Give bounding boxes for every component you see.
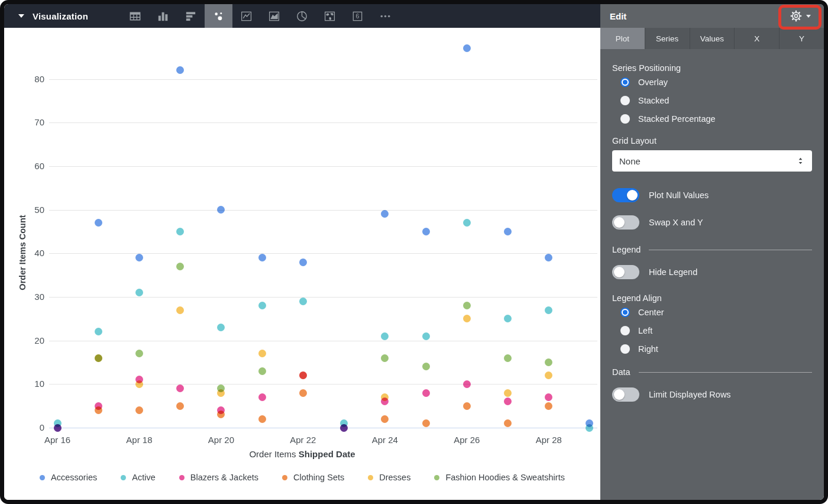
pie-chart-icon[interactable]: [288, 4, 316, 28]
data-point-accessories[interactable]: [545, 254, 552, 261]
radio-right[interactable]: Right: [620, 340, 812, 358]
data-point-accessories[interactable]: [217, 206, 225, 214]
data-point-blazers-jackets[interactable]: [422, 389, 430, 397]
data-point-dresses[interactable]: [545, 371, 552, 379]
tab-plot[interactable]: Plot: [600, 28, 645, 49]
data-point-fashion-hoodies-sweatshirts[interactable]: [422, 363, 430, 370]
data-point-active[interactable]: [545, 306, 552, 314]
hide-legend-toggle-row[interactable]: Hide Legend: [612, 265, 812, 279]
data-point-fashion-hoodies-sweatshirts[interactable]: [463, 302, 471, 309]
radio-right-control[interactable]: [620, 344, 630, 354]
data-point-fashion-hoodies-sweatshirts[interactable]: [545, 358, 552, 366]
data-point-fashion-hoodies-sweatshirts[interactable]: [504, 354, 512, 362]
limit-displayed-rows-switch[interactable]: [612, 387, 639, 402]
radio-stacked-control[interactable]: [620, 96, 630, 105]
data-point-blazers-jackets[interactable]: [504, 398, 512, 405]
data-point-active[interactable]: [258, 302, 266, 309]
legend-item[interactable]: Blazers & Jackets: [179, 473, 258, 482]
radio-overlay[interactable]: Overlay: [620, 73, 812, 91]
data-point-blazers-jackets[interactable]: [258, 393, 266, 401]
data-point-clothing-sets[interactable]: [95, 406, 102, 414]
data-point-active[interactable]: [381, 332, 389, 340]
single-value-icon[interactable]: 6: [344, 4, 371, 28]
data-point-clothing-sets[interactable]: [258, 415, 266, 423]
radio-overlay-control[interactable]: [620, 77, 630, 87]
data-point-active[interactable]: [217, 324, 225, 331]
column-chart-icon[interactable]: [149, 4, 177, 28]
data-point-active[interactable]: [135, 289, 143, 296]
legend-item[interactable]: Clothing Sets: [282, 473, 344, 482]
legend-item[interactable]: Fashion Hoodies & Sweatshirts: [434, 473, 565, 482]
table-vis-icon[interactable]: [121, 4, 149, 28]
plot-null-values-toggle-row[interactable]: Plot Null Values: [612, 188, 812, 202]
radio-stacked-percentage-control[interactable]: [620, 114, 630, 124]
data-point-active[interactable]: [176, 228, 184, 235]
data-point-clothing-sets[interactable]: [504, 419, 512, 427]
data-point-clothing-sets[interactable]: [422, 419, 430, 427]
data-point-dresses[interactable]: [176, 306, 184, 314]
tab-x[interactable]: X: [735, 28, 780, 49]
collapse-caret-icon[interactable]: [18, 14, 24, 18]
data-point-clothing-sets[interactable]: [381, 415, 389, 423]
data-point-fashion-hoodies-sweatshirts[interactable]: [95, 354, 102, 362]
data-point-blazers-jackets[interactable]: [176, 385, 184, 392]
data-point-clothing-sets[interactable]: [135, 406, 143, 414]
data-point-clothing-sets[interactable]: [299, 389, 307, 397]
line-chart-icon[interactable]: [232, 4, 260, 28]
data-point-active[interactable]: [463, 219, 471, 227]
tab-y[interactable]: Y: [780, 28, 824, 49]
data-point-accessories[interactable]: [422, 228, 430, 235]
data-point-accessories[interactable]: [381, 210, 389, 218]
bar-chart-icon[interactable]: [177, 4, 205, 28]
swap-x-y-toggle-row[interactable]: Swap X and Y: [612, 215, 812, 230]
radio-stacked[interactable]: Stacked: [620, 91, 812, 109]
legend-item[interactable]: Accessories: [40, 473, 97, 482]
legend-item[interactable]: Dresses: [368, 473, 410, 482]
hide-legend-switch[interactable]: [612, 265, 639, 279]
data-point-fashion-hoodies-sweatshirts[interactable]: [135, 350, 143, 357]
data-point-accessories[interactable]: [463, 44, 471, 52]
data-point-accessories[interactable]: [299, 259, 307, 266]
limit-displayed-rows-toggle-row[interactable]: Limit Displayed Rows: [612, 387, 812, 402]
data-point-dresses[interactable]: [504, 389, 512, 397]
data-point-dresses[interactable]: [299, 371, 307, 379]
data-point-blazers-jackets[interactable]: [54, 424, 62, 432]
more-vis-types-icon[interactable]: [371, 4, 399, 28]
tab-series[interactable]: Series: [645, 28, 690, 49]
data-point-fashion-hoodies-sweatshirts[interactable]: [258, 367, 266, 375]
data-point-active[interactable]: [299, 298, 307, 305]
data-point-blazers-jackets[interactable]: [545, 393, 552, 401]
data-point-fashion-hoodies-sweatshirts[interactable]: [176, 263, 184, 270]
swap-x-y-switch[interactable]: [612, 215, 639, 230]
data-point-blazers-jackets[interactable]: [340, 424, 348, 432]
data-point-accessories[interactable]: [95, 219, 102, 227]
data-point-accessories[interactable]: [504, 228, 512, 235]
radio-left[interactable]: Left: [620, 321, 812, 340]
data-point-accessories[interactable]: [258, 254, 266, 261]
radio-left-control[interactable]: [620, 326, 630, 335]
map-chart-icon[interactable]: [316, 4, 344, 28]
data-point-active[interactable]: [422, 332, 430, 340]
tab-values[interactable]: Values: [690, 28, 735, 49]
data-point-dresses[interactable]: [258, 350, 266, 357]
data-point-active[interactable]: [586, 424, 593, 432]
scatter-chart-icon[interactable]: [205, 4, 232, 28]
radio-center-control[interactable]: [620, 308, 630, 317]
data-point-accessories[interactable]: [135, 254, 143, 261]
radio-stacked-percentage[interactable]: Stacked Percentage: [620, 109, 812, 128]
data-point-active[interactable]: [95, 328, 102, 335]
data-point-fashion-hoodies-sweatshirts[interactable]: [381, 354, 389, 362]
data-point-dresses[interactable]: [135, 380, 143, 388]
grid-layout-select[interactable]: None: [612, 150, 812, 172]
data-point-clothing-sets[interactable]: [176, 402, 184, 410]
data-point-dresses[interactable]: [463, 315, 471, 322]
data-point-clothing-sets[interactable]: [217, 411, 225, 418]
data-point-clothing-sets[interactable]: [545, 402, 552, 410]
settings-menu-button[interactable]: [789, 4, 811, 28]
data-point-clothing-sets[interactable]: [463, 402, 471, 410]
legend-item[interactable]: Active: [121, 473, 156, 482]
data-point-active[interactable]: [504, 315, 512, 322]
data-point-blazers-jackets[interactable]: [463, 380, 471, 388]
area-chart-icon[interactable]: [260, 4, 288, 28]
data-point-accessories[interactable]: [176, 66, 184, 74]
